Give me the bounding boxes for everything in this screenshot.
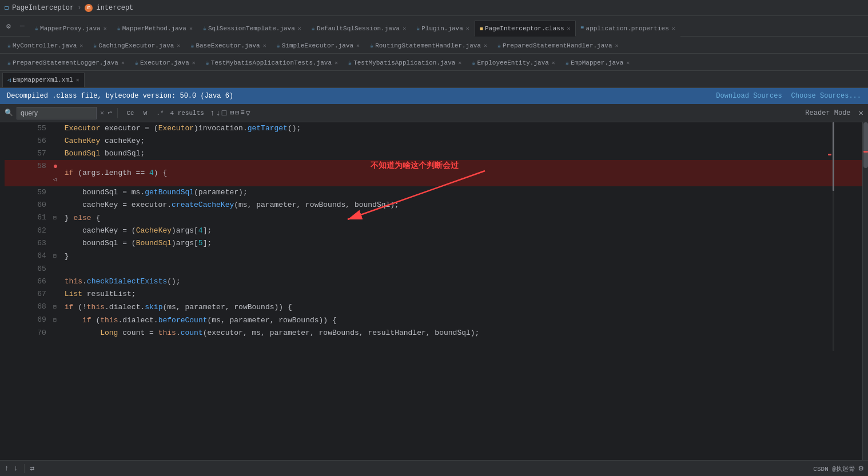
table-row: 63 boundSql = (BoundSql)args[5]; [5, 237, 868, 250]
bottom-status-bar: ↑ ↓ ⇄ CSDN @执迷骨 ⚙ [0, 460, 868, 476]
search-back-icon[interactable]: ↩ [107, 109, 112, 117]
table-row: 61 ⊟ } else { [5, 211, 868, 225]
tab-close-icon[interactable]: ✕ [403, 25, 406, 32]
tab-preparedstatementlogger[interactable]: ☕ PreparedStatementLogger.java ✕ [2, 55, 130, 70]
tab-testmybatisapplication[interactable]: ☕ TestMybatisApplication.java ✕ [343, 55, 467, 70]
sync-icon[interactable]: ⇄ [30, 464, 35, 473]
code-content-cell: this.checkDialectExists(); [65, 275, 868, 288]
search-context-icon[interactable]: □ [222, 109, 226, 118]
tab-mycontroller[interactable]: ☕ MyController.java ✕ [2, 38, 88, 53]
tab-close-icon[interactable]: ✕ [626, 59, 630, 66]
tab-close-icon[interactable]: ✕ [76, 77, 79, 83]
tab-routingstatementhandler[interactable]: ☕ RoutingStatementHandler.java ✕ [365, 38, 492, 53]
decompile-message: Decompiled .class file, bytecode version… [7, 92, 233, 100]
tab-close-icon[interactable]: ✕ [189, 25, 193, 32]
search-close-icon[interactable]: ✕ [100, 109, 104, 117]
line-number: 66 [5, 275, 53, 288]
regex-btn[interactable]: .* [153, 109, 166, 118]
search-filter-icon[interactable]: ▽ [246, 109, 250, 118]
java-icon: ☕ [566, 59, 569, 66]
java-icon: ☕ [135, 59, 138, 66]
tab-close-icon[interactable]: ✕ [192, 59, 196, 66]
info-bar-actions: Download Sources Choose Sources... [716, 92, 861, 100]
tab-close-icon[interactable]: ✕ [79, 42, 83, 49]
match-case-btn[interactable]: Cc [124, 109, 137, 118]
table-row: 57 BoundSql boundSql; [5, 147, 868, 160]
tab-plugin[interactable]: ☕ Plugin.java ✕ [411, 21, 475, 37]
tab-close-icon[interactable]: ✕ [484, 42, 487, 49]
tab-empmapper[interactable]: ☕ EmpMapper.java ✕ [560, 55, 635, 70]
tab-simpleexecutor[interactable]: ☕ SimpleExecutor.java ✕ [272, 38, 365, 53]
tab-close-icon[interactable]: ✕ [177, 42, 180, 49]
tab-defaultsqlsession[interactable]: ☕ DefaultSqlSession.java ✕ [306, 21, 411, 37]
xml-icon: ◁ [7, 77, 11, 83]
tab-mapperproxy[interactable]: ☕ MapperProxy.java ✕ [30, 21, 112, 37]
tab-close-icon[interactable]: ✕ [335, 59, 338, 66]
code-table: 55 Executor executor = (Executor)invocat… [5, 122, 868, 339]
tab-testmybatisapplicationtests[interactable]: ☕ TestMybatisApplicationTests.java ✕ [201, 55, 343, 70]
tab-mappermethod[interactable]: ☕ MapperMethod.java ✕ [112, 21, 198, 37]
tab-close-icon[interactable]: ✕ [298, 25, 301, 32]
tab-close-icon[interactable]: ✕ [263, 42, 266, 49]
code-content-cell: CacheKey cacheKey; [65, 135, 868, 147]
reader-mode-btn[interactable]: Reader Mode [805, 109, 850, 117]
line-number: 60 [5, 199, 53, 211]
search-prev-icon[interactable]: ↑ [210, 109, 214, 118]
tab-label: PreparedStatementHandler.java [503, 42, 612, 49]
java-icon: ☕ [472, 59, 475, 66]
toolbar-minimize-icon[interactable]: — [16, 20, 29, 33]
table-row: 62 cacheKey = (CacheKey)args[4]; [5, 225, 868, 237]
tab-label: Executor.java [140, 59, 189, 66]
tab-close-icon[interactable]: ✕ [356, 42, 360, 49]
settings-gear-icon[interactable]: ⚙ [859, 464, 863, 473]
whole-word-btn[interactable]: W [141, 109, 150, 118]
info-bar: Decompiled .class file, bytecode version… [0, 88, 868, 104]
java-icon: ☕ [416, 25, 420, 32]
tab-employeeentity[interactable]: ☕ EmployeeEntity.java ✕ [467, 55, 560, 70]
table-row: 67 List resultList; [5, 288, 868, 301]
upload-icon[interactable]: ↑ [5, 464, 9, 473]
tab-label: CachingExecutor.java [98, 42, 174, 49]
tab-preparedstatementhandler[interactable]: ☕ PreparedStatementHandler.java ✕ [492, 38, 624, 53]
tab-label: SimpleExecutor.java [282, 42, 353, 49]
java-icon: ☕ [35, 25, 38, 32]
tab-label: DefaultSqlSession.java [317, 25, 400, 32]
tab-baseexecutor[interactable]: ☕ BaseExecutor.java ✕ [185, 38, 271, 53]
tab-executor[interactable]: ☕ Executor.java ✕ [130, 55, 201, 70]
line-number: 55 [5, 122, 53, 135]
app-title: PageInterceptor [12, 4, 74, 12]
tab-close-icon[interactable]: ✕ [458, 59, 461, 66]
search-options-icon1[interactable]: ⊞ [230, 109, 234, 118]
tab-empmapperxml[interactable]: ◁ EmpMapperXml.xml ✕ [2, 73, 85, 87]
search-close-btn[interactable]: ✕ [859, 108, 863, 118]
tab-close-icon[interactable]: ✕ [672, 25, 675, 32]
line-number: 56 [5, 135, 53, 147]
tab-close-icon[interactable]: ✕ [552, 59, 555, 66]
scrollbar-vertical[interactable] [862, 122, 868, 460]
choose-sources-link[interactable]: Choose Sources... [791, 92, 861, 100]
tab-sqlsessiontemplate[interactable]: ☕ SqlSessionTemplate.java ✕ [198, 21, 306, 37]
tab-close-icon[interactable]: ✕ [615, 42, 619, 49]
tab-application-props[interactable]: ≡ application.properties ✕ [576, 21, 680, 37]
gutter-cell [53, 199, 65, 211]
fold-icon: ⊟ [53, 304, 57, 310]
tab-close-icon[interactable]: ✕ [466, 25, 469, 32]
tab-cachingexecutor[interactable]: ☕ CachingExecutor.java ✕ [88, 38, 185, 53]
toolbar-settings-icon[interactable]: ⚙ [2, 20, 15, 33]
tab-label: BaseExecutor.java [196, 42, 260, 49]
download-icon[interactable]: ↓ [14, 464, 18, 473]
title-bar: ◻ PageInterceptor › m intercept [0, 0, 868, 16]
gutter-cell [53, 237, 65, 250]
tab-close-icon[interactable]: ✕ [103, 25, 107, 32]
search-input[interactable] [17, 107, 97, 119]
search-options-icon2[interactable]: ⊟ [235, 109, 239, 118]
tab-close-icon[interactable]: ✕ [121, 59, 125, 66]
tab-close-icon[interactable]: ✕ [567, 25, 571, 32]
download-sources-link[interactable]: Download Sources [716, 92, 782, 100]
search-next-icon[interactable]: ↓ [216, 109, 220, 118]
gutter-cell: ⊟ [53, 211, 65, 225]
code-content-cell: boundSql = ms.getBoundSql(parameter); [65, 186, 868, 199]
code-scroll-area[interactable]: 55 Executor executor = (Executor)invocat… [5, 122, 868, 460]
tab-pageinterceptor-class[interactable]: ◼ PageInterceptor.class ✕ [475, 21, 576, 37]
search-options-icon3[interactable]: ≡ [241, 109, 245, 118]
